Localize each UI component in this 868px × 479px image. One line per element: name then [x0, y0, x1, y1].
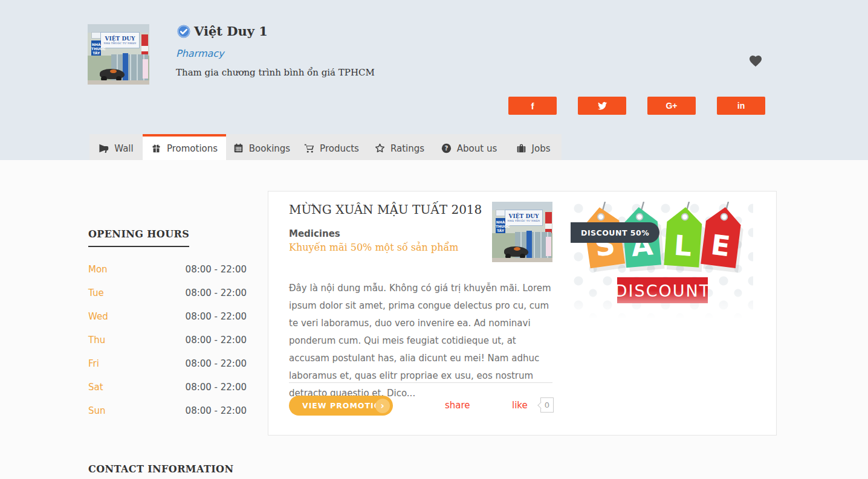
sale-tag-l: L — [664, 206, 706, 272]
facebook-icon: f — [531, 101, 534, 111]
svg-text:L: L — [673, 229, 693, 263]
hours-row-sun: Sun08:00 - 22:00 — [88, 399, 247, 422]
hours-row-sat: Sat08:00 - 22:00 — [88, 375, 247, 399]
tab-products[interactable]: Products — [297, 134, 366, 160]
tab-about-us[interactable]: ? About us — [433, 134, 505, 160]
storefront-sign: VIỆT DUY NHÀ THUỐC TƯ NHÂN — [100, 32, 139, 48]
promotion-sale-image: S A L E DISCOUNT — [572, 202, 753, 324]
hours-row-tue: Tue08:00 - 22:00 — [88, 281, 247, 304]
category-link[interactable]: Pharmacy — [176, 48, 224, 59]
megaphone-icon — [99, 143, 109, 153]
question-circle-icon: ? — [441, 143, 452, 153]
cart-icon — [304, 143, 314, 153]
contact-information-title: CONTACT INFORMATION — [88, 463, 233, 475]
like-link[interactable]: like — [512, 400, 528, 411]
hours-row-mon: Mon08:00 - 22:00 — [88, 257, 247, 281]
verified-badge-icon — [177, 25, 190, 38]
business-description: Tham gia chương trình bình ổn giá TPHCM — [176, 67, 375, 78]
opening-hours-title: OPENING HOURS — [88, 228, 189, 247]
linkedin-share-button[interactable]: in — [717, 97, 765, 115]
tab-promotions[interactable]: Promotions — [143, 134, 226, 160]
gift-icon — [151, 143, 161, 153]
googleplus-share-button[interactable]: G+ — [647, 97, 696, 115]
googleplus-icon: G+ — [666, 101, 677, 111]
tab-jobs[interactable]: Jobs — [505, 134, 562, 160]
storefront-sign-text: VIỆT DUY — [105, 36, 135, 42]
like-count-badge: 0 — [540, 397, 554, 413]
briefcase-icon — [516, 143, 526, 153]
image-fade-overlay — [572, 291, 753, 324]
tab-bookings[interactable]: Bookings — [226, 134, 297, 160]
promotion-subtitle: Khuyến mãi 50% một số sản phẩm — [289, 242, 458, 253]
promotion-body-text: Đây là nội dung mẫu. Không có giá trị kh… — [289, 280, 552, 402]
linkedin-icon: in — [737, 101, 745, 111]
opening-hours-list: Mon08:00 - 22:00 Tue08:00 - 22:00 Wed08:… — [88, 257, 247, 422]
promotion-category: Medicines — [289, 228, 340, 239]
calendar-icon — [233, 143, 244, 153]
facebook-share-button[interactable]: f — [508, 97, 557, 115]
hours-row-wed: Wed08:00 - 22:00 — [88, 304, 247, 328]
sale-tag-e: E — [700, 205, 745, 273]
twitter-share-button[interactable] — [578, 97, 626, 115]
tag-strings — [601, 202, 728, 217]
heart-icon[interactable] — [748, 54, 763, 68]
promotion-thumbnail-photo: VIỆT DUY NHÀ THUỐC TƯ NHÂN NHÀ THUỐC TÂY — [492, 202, 552, 262]
business-avatar-photo: VIỆT DUY NHÀ THUỐC TƯ NHÂN NHÀ THUỐC TÂY — [88, 24, 149, 85]
divider — [289, 382, 552, 383]
share-link[interactable]: share — [445, 400, 470, 411]
svg-text:?: ? — [444, 145, 448, 152]
page-title: Việt Duy 1 — [194, 24, 268, 39]
tab-bar: Wall Promotions Bookings Products Rating… — [89, 134, 562, 160]
star-icon — [375, 143, 385, 153]
hours-row-thu: Thu08:00 - 22:00 — [88, 328, 247, 352]
hours-row-fri: Fri08:00 - 22:00 — [88, 352, 247, 375]
discount-badge: DISCOUNT 50% — [571, 222, 659, 243]
tab-ratings[interactable]: Ratings — [366, 134, 433, 160]
twitter-icon — [597, 101, 607, 111]
promotion-card: MỪNG XUÂN MẬU TUẤT 2018 Medicines Khuyến… — [268, 191, 777, 436]
promotion-title[interactable]: MỪNG XUÂN MẬU TUẤT 2018 — [289, 202, 482, 217]
promotion-actions: share like 0 — [268, 396, 552, 416]
profile-header: VIỆT DUY NHÀ THUỐC TƯ NHÂN NHÀ THUỐC TÂY… — [0, 0, 868, 160]
svg-text:E: E — [709, 228, 732, 263]
tab-wall[interactable]: Wall — [89, 134, 143, 160]
